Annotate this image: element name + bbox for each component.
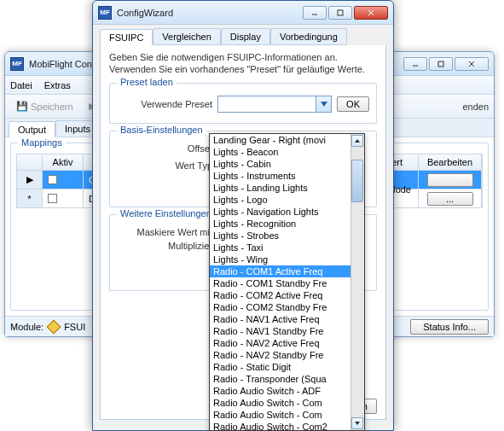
dropdown-item[interactable]: Lights - Navigation Lights <box>210 206 350 218</box>
svg-marker-11 <box>355 422 360 425</box>
dialog-titlebar[interactable]: MF ConfigWizard <box>93 1 393 25</box>
dropdown-item[interactable]: Radio - COM1 Standby Fre <box>210 277 350 289</box>
preset-label: Verwende Preset <box>117 99 212 109</box>
save-icon: 💾 <box>16 101 28 112</box>
edit-button[interactable]: ... <box>427 192 473 206</box>
status-fsuipc: FSUI <box>64 322 85 332</box>
dropdown-item[interactable]: Radio - Transponder (Squa <box>210 373 350 385</box>
row-selector-icon: ▶ <box>26 174 33 185</box>
svg-rect-1 <box>438 61 443 67</box>
dropdown-item[interactable]: Radio - NAV2 Standby Fre <box>210 349 350 361</box>
weitere-group-label: Weitere Einstellungen <box>117 208 215 218</box>
dropdown-item[interactable]: Lights - Taxi <box>210 242 350 253</box>
edit-button[interactable]: ... <box>427 173 473 187</box>
dialog-description: Geben Sie die notwendigen FSUIPC-Informa… <box>109 52 377 76</box>
app-icon: MF <box>98 6 112 20</box>
col-bearbeiten[interactable]: Bearbeiten <box>419 154 482 170</box>
dropdown-item[interactable]: Radio - NAV1 Active Freq <box>210 313 350 325</box>
tab-vorbedingung[interactable]: Vorbedingung <box>270 28 347 45</box>
dropdown-item[interactable]: Radio Audio Switch - Com <box>210 409 350 421</box>
dropdown-item[interactable]: Lights - Logo <box>210 194 350 206</box>
menu-extras[interactable]: Extras <box>44 80 71 90</box>
preset-dropdown-list[interactable]: Landing Gear - Right (moviLights - Beaco… <box>209 133 365 431</box>
scroll-thumb[interactable] <box>351 160 363 202</box>
app-icon: MF <box>10 57 24 71</box>
menu-datei[interactable]: Datei <box>10 80 32 90</box>
preset-group: Preset laden Verwende Preset OK <box>109 83 377 124</box>
truncated-enden: enden <box>462 102 489 112</box>
dropdown-item[interactable]: Lights - Strobes <box>210 230 350 242</box>
save-button[interactable]: 💾 Speichern <box>10 98 79 114</box>
dialog-tabs: FSUIPC Vergleichen Display Vorbedingung <box>93 25 393 45</box>
save-label: Speichern <box>31 102 73 112</box>
scroll-down-button[interactable] <box>351 417 363 429</box>
dropdown-item[interactable]: Landing Gear - Right (movi <box>210 134 350 146</box>
basis-group-label: Basis-Einstellungen <box>117 125 206 135</box>
multiplizier-label: Multiplizier <box>117 241 212 251</box>
maskiere-label: Maskiere Wert mit <box>117 227 212 237</box>
col-aktiv[interactable]: Aktiv <box>43 154 84 170</box>
svg-rect-5 <box>338 10 343 15</box>
dropdown-item[interactable]: Radio - COM2 Active Freq <box>210 289 350 301</box>
dropdown-item[interactable]: Lights - Wing <box>210 253 350 265</box>
dropdown-item[interactable]: Radio Audio Switch - Com <box>210 397 350 409</box>
dropdown-item[interactable]: Radio Audio Switch - Com2 <box>210 421 350 431</box>
minimize-button[interactable] <box>403 57 427 71</box>
checkbox[interactable] <box>48 194 57 203</box>
mappings-label: Mappings <box>18 137 66 148</box>
maximize-button[interactable] <box>429 57 453 71</box>
dropdown-item[interactable]: Lights - Cabin <box>210 158 350 170</box>
dropdown-item[interactable]: Lights - Instruments <box>210 170 350 182</box>
tab-vergleichen[interactable]: Vergleichen <box>153 28 221 45</box>
dropdown-item[interactable]: Radio - NAV1 Standby Fre <box>210 325 350 337</box>
dropdown-item[interactable]: Lights - Landing Lights <box>210 182 350 194</box>
preset-combobox[interactable] <box>217 96 332 113</box>
row-new-icon: * <box>27 194 31 204</box>
close-button[interactable] <box>455 57 489 71</box>
preset-group-label: Preset laden <box>117 77 177 87</box>
dropdown-item[interactable]: Lights - Beacon <box>210 146 350 158</box>
warning-icon <box>47 319 61 334</box>
werttyp-label: Wert Typ <box>117 160 212 171</box>
minimize-button[interactable] <box>303 6 327 20</box>
dropdown-arrow-icon[interactable] <box>316 96 331 112</box>
svg-marker-8 <box>321 102 327 107</box>
status-info-button[interactable]: Status Info... <box>410 319 489 335</box>
preset-ok-button[interactable]: OK <box>337 96 369 112</box>
dropdown-item[interactable]: Radio Audio Switch - ADF <box>210 385 350 397</box>
tab-fsuipc[interactable]: FSUIPC <box>100 29 153 46</box>
dropdown-item[interactable]: Radio - COM1 Active Freq <box>210 265 350 277</box>
dropdown-item[interactable]: Radio - NAV2 Active Freq <box>210 337 350 349</box>
scrollbar[interactable] <box>350 134 364 430</box>
offset-label: Offset <box>117 143 212 154</box>
dropdown-item[interactable]: Radio - COM2 Standby Fre <box>210 301 350 313</box>
dropdown-item[interactable]: Radio - Static Digit <box>210 361 350 373</box>
dialog-title: ConfigWizard <box>117 8 303 18</box>
status-module-label: Module: <box>10 322 43 332</box>
maximize-button[interactable] <box>328 6 352 20</box>
close-button[interactable] <box>354 6 388 20</box>
dropdown-item[interactable]: Lights - Recognition <box>210 218 350 230</box>
tab-display[interactable]: Display <box>221 28 270 45</box>
svg-marker-10 <box>355 139 360 143</box>
checkbox[interactable] <box>48 175 57 184</box>
tab-output[interactable]: Output <box>9 121 55 137</box>
scroll-up-button[interactable] <box>351 135 363 147</box>
